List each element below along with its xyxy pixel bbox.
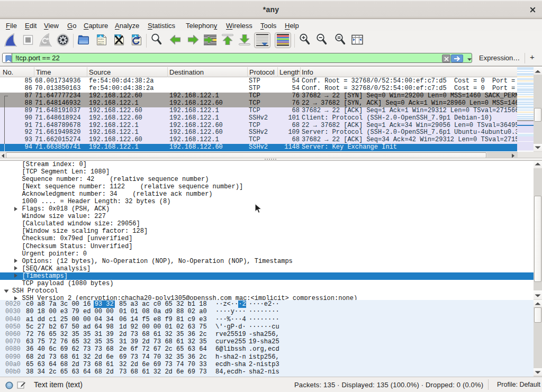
svg-text:0011: 0011 (98, 42, 104, 45)
